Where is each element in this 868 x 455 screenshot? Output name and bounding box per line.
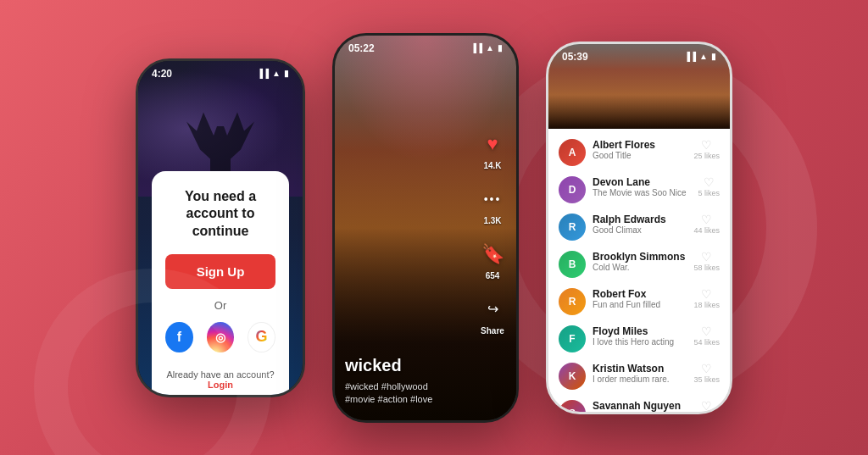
comment-like-action[interactable]: ♡ 18 likes <box>693 288 720 309</box>
battery-icon: ▮ <box>284 69 289 78</box>
like-count: 5 likes <box>698 189 720 197</box>
like-count: 44 likes <box>693 226 720 235</box>
like-count: 18 likes <box>693 301 720 309</box>
signal-icon: ▐▐ <box>684 52 696 61</box>
comment-body: Albert Flores Good Title <box>593 139 687 160</box>
comment-item: B Brooklyn Simmons Cold War. ♡ 58 likes <box>548 246 730 283</box>
comment-count: 1.3K <box>483 216 501 225</box>
commenter-name: Savannah Nguyen <box>593 400 687 412</box>
comment-icon: ••• <box>477 184 508 214</box>
like-heart-icon: ♡ <box>701 139 712 151</box>
bookmark-action[interactable]: 🔖 654 <box>477 239 508 280</box>
already-account-text: Already have an account? <box>166 369 274 380</box>
facebook-login-button[interactable]: f <box>165 322 193 352</box>
phone-comments: 05:39 ▐▐ ▲ ▮ A Albert Flores Good Title <box>546 42 732 414</box>
like-count: 58 likes <box>693 264 720 272</box>
share-icon: ↪ <box>477 294 508 325</box>
wifi-icon: ▲ <box>699 52 708 61</box>
commenter-name: Floyd Miles <box>593 325 687 337</box>
comment-item: S Savannah Nguyen Acting level ♡ 22 like… <box>548 395 730 414</box>
comments-list: A Albert Flores Good Title ♡ 25 likes D … <box>548 129 730 414</box>
time-phone2: 05:22 <box>348 42 375 54</box>
share-action[interactable]: ↪ Share <box>477 294 508 336</box>
comment-like-action[interactable]: ♡ 5 likes <box>698 176 720 197</box>
comment-like-action[interactable]: ♡ 44 likes <box>693 214 720 235</box>
comment-body: Brooklyn Simmons Cold War. <box>593 251 687 272</box>
comment-text: The Movie was Soo Nice <box>593 188 691 197</box>
google-g-icon: G <box>256 328 268 346</box>
commenter-name: Devon Lane <box>593 176 691 188</box>
comment-like-action[interactable]: ♡ 35 likes <box>693 363 720 384</box>
status-icons-phone3: ▐▐ ▲ ▮ <box>684 52 716 61</box>
status-bar-phone1: 4:20 ▐▐ ▲ ▮ <box>138 61 303 83</box>
comment-body: Devon Lane The Movie was Soo Nice <box>593 176 691 197</box>
share-label: Share <box>481 326 504 336</box>
signup-title: You need a account to continue <box>165 188 275 241</box>
google-login-button[interactable]: G <box>248 322 275 352</box>
heart-icon: ♥ <box>477 129 508 159</box>
phone-signup: 4:20 ▐▐ ▲ ▮ You need a account to contin… <box>136 58 305 397</box>
signal-icon: ▐▐ <box>257 69 269 78</box>
commenter-name: Ralph Edwards <box>593 214 687 225</box>
avatar: D <box>559 176 586 203</box>
comment-item: F Floyd Miles I love this Hero acting ♡ … <box>548 320 730 358</box>
comment-item: R Ralph Edwards Good Climax ♡ 44 likes <box>548 208 730 246</box>
status-bar-phone2: 05:22 ▐▐ ▲ ▮ <box>335 36 516 58</box>
commenter-name: Kristin Watson <box>593 363 687 375</box>
wifi-icon: ▲ <box>272 69 281 78</box>
time-phone3: 05:39 <box>562 51 588 63</box>
tags-text: #wicked #hollywood#movie #action #love <box>345 381 432 404</box>
commenter-name: Albert Flores <box>593 139 687 151</box>
avatar: R <box>559 214 586 241</box>
phone-video: 05:22 ▐▐ ▲ ▮ ♥ 14.K ••• 1.3K 🔖 <box>332 33 519 423</box>
comments-screen: 05:39 ▐▐ ▲ ▮ A Albert Flores Good Title <box>548 44 730 412</box>
comment-like-action[interactable]: ♡ 22 likes <box>693 400 720 414</box>
comment-action[interactable]: ••• 1.3K <box>477 184 508 225</box>
comment-text: Cold War. <box>593 263 687 272</box>
time-phone1: 4:20 <box>152 68 172 80</box>
bookmark-icon: 🔖 <box>477 239 508 269</box>
comment-text: Good Title <box>593 151 687 160</box>
avatar: B <box>559 251 586 278</box>
avatar: A <box>559 139 586 166</box>
comment-text: Acting level <box>593 412 687 414</box>
like-heart-icon: ♡ <box>701 400 712 412</box>
commenter-name: Robert Fox <box>593 288 687 300</box>
instagram-login-button[interactable]: ◎ <box>207 322 235 352</box>
status-icons-phone2: ▐▐ ▲ ▮ <box>470 43 503 53</box>
comment-body: Savannah Nguyen Acting level <box>593 400 687 414</box>
like-count: 35 likes <box>693 375 720 384</box>
comment-body: Ralph Edwards Good Climax <box>593 214 687 235</box>
signup-button[interactable]: Sign Up <box>165 254 275 289</box>
comment-item: D Devon Lane The Movie was Soo Nice ♡ 5 … <box>548 171 730 208</box>
comment-text: Fun and Fun filled <box>593 300 687 309</box>
battery-icon: ▮ <box>498 43 503 53</box>
battery-icon: ▮ <box>711 52 716 61</box>
comment-like-action[interactable]: ♡ 25 likes <box>693 139 720 160</box>
comment-like-action[interactable]: ♡ 54 likes <box>693 325 720 347</box>
like-heart-icon: ♡ <box>704 176 715 188</box>
video-tags: #wicked #hollywood#movie #action #love <box>345 380 506 407</box>
like-heart-icon: ♡ <box>701 214 712 225</box>
like-count: 14.K <box>483 161 501 170</box>
like-action[interactable]: ♥ 14.K <box>477 129 508 170</box>
comment-body: Floyd Miles I love this Hero acting <box>593 325 687 347</box>
comment-item: K Kristin Watson I order medium rare. ♡ … <box>548 358 730 395</box>
signup-card: You need a account to continue Sign Up O… <box>152 171 289 395</box>
login-prompt: Already have an account? Login <box>165 369 275 390</box>
status-icons-phone1: ▐▐ ▲ ▮ <box>257 69 289 78</box>
login-link[interactable]: Login <box>208 380 233 390</box>
avatar: S <box>559 400 586 414</box>
comment-like-action[interactable]: ♡ 58 likes <box>693 251 720 272</box>
comment-body: Robert Fox Fun and Fun filled <box>593 288 687 309</box>
comment-item: R Robert Fox Fun and Fun filled ♡ 18 lik… <box>548 283 730 320</box>
wifi-icon: ▲ <box>486 43 494 53</box>
avatar: K <box>559 363 586 390</box>
video-screen: 05:22 ▐▐ ▲ ▮ ♥ 14.K ••• 1.3K 🔖 <box>335 36 516 420</box>
video-title: wicked <box>345 356 506 375</box>
like-heart-icon: ♡ <box>701 325 712 337</box>
like-count: 22 likes <box>693 413 720 414</box>
video-content: wicked #wicked #hollywood#movie #action … <box>335 342 516 420</box>
comment-item: A Albert Flores Good Title ♡ 25 likes <box>548 134 730 171</box>
or-divider: Or <box>165 299 275 312</box>
